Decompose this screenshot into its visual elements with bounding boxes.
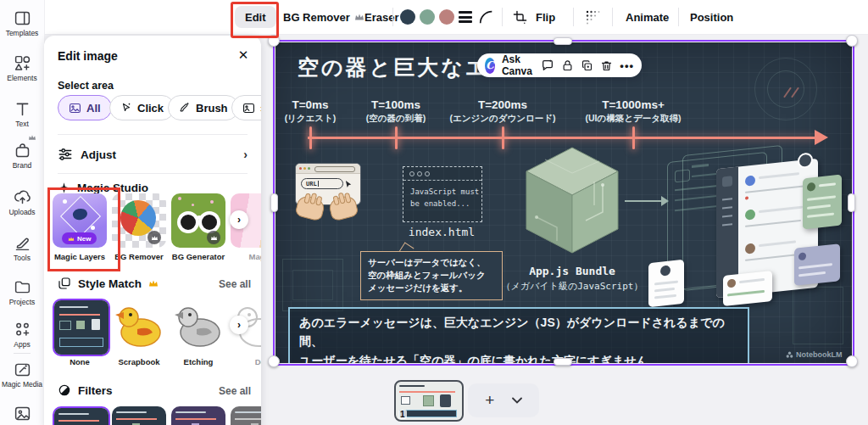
decor-circuit [793,287,843,344]
pro-crown-icon [354,13,364,21]
bg-generator-tile[interactable] [171,193,225,248]
projects-icon [0,278,44,296]
toolbar-divider [392,8,393,26]
resize-handle-top-right[interactable] [846,35,858,47]
decor-circuit [292,270,333,300]
templates-icon [0,9,44,27]
transparency-icon[interactable] [585,9,600,25]
tools-icon [0,234,44,252]
eraser-button[interactable]: Eraser [364,11,398,24]
timeline-tick [395,126,398,149]
adjust-icon [58,147,73,162]
uploads-icon [0,188,44,206]
tile-label: None [52,357,108,366]
resize-handle-bottom-left[interactable] [268,355,280,367]
sidebar-item-magic-media[interactable]: Magic Media [0,361,44,389]
ui-mockup-card-small [648,260,684,307]
style-match-see-all[interactable]: See all [219,278,251,290]
tile-label: Scrapbook [111,357,167,366]
duck-image [171,299,225,353]
tile-label: BG Remover [111,252,167,261]
sidebar-item-brand[interactable]: Brand [0,142,44,170]
sidebar-item-templates[interactable]: Templates [0,9,44,37]
sidebar-item-uploads[interactable]: Uploads [0,188,44,216]
adjust-row[interactable]: Adjust › [58,143,248,165]
filters-see-all[interactable]: See all [219,385,251,397]
brand-icon [0,142,44,159]
more-options-icon[interactable]: ••• [620,59,634,72]
color-swatch-navy[interactable] [400,9,415,25]
elements-icon [0,54,44,72]
ui-mockup-card-green [803,175,842,230]
bg-remover-tile[interactable] [112,193,166,248]
scroll-right-button[interactable]: › [230,210,248,229]
callout-box: サーバーはデータではなく、 空の枠組みとフォールバック メッセージだけを返す。 [360,251,503,300]
position-button[interactable]: Position [690,11,733,24]
resize-handle-left[interactable] [270,193,278,212]
color-swatch-sage[interactable] [420,9,435,25]
flow-arrow [625,200,662,202]
appjs-cube-illustration [520,143,625,261]
chevron-right-icon: › [260,102,261,115]
magic-layers-tile[interactable]: New [53,193,107,248]
sidebar-divider [14,353,31,354]
delete-icon[interactable] [600,59,613,72]
edit-button[interactable]: Edit [235,6,276,28]
curve-icon[interactable] [479,10,493,25]
comment-icon[interactable] [541,59,554,72]
design-canvas[interactable]: 空の器と巨大なエンジン T=0ms(リクエスト) T=100ms(空の器の到着)… [275,42,852,363]
sidebar-item-projects[interactable]: Projects [0,278,44,306]
filter-tile[interactable] [171,406,225,425]
beach-ball-image [120,200,156,236]
filters-icon [58,383,71,397]
image-icon [69,102,81,115]
sidebar-item-text[interactable]: Text [0,100,44,128]
resize-handle-bottom[interactable] [554,358,572,366]
page-1-thumbnail[interactable]: 1 [394,380,464,422]
image-icon [242,102,255,115]
style-match-header: Style Match [58,277,159,290]
ui-mockup-card-lavender [794,243,840,286]
sidebar-item-apps[interactable]: Apps [0,321,44,349]
style-scrapbook-tile[interactable] [112,299,166,353]
url-label: URL [306,181,317,187]
sidebar-item-elements[interactable]: Elements [0,54,44,82]
crop-icon[interactable] [513,10,527,25]
color-swatch-rose[interactable] [439,9,454,25]
select-brush-button[interactable]: Brush [168,95,239,120]
select-all-button[interactable]: All [58,95,112,120]
add-page-button[interactable]: + [468,383,539,417]
tile-label: Magic Layers [52,252,108,261]
timeline-tick [309,126,312,149]
duplicate-icon[interactable] [581,59,593,72]
lock-icon[interactable] [561,59,574,72]
line-weight-icon[interactable] [459,11,472,23]
animate-button[interactable]: Animate [626,11,669,24]
scroll-right-button[interactable]: › [230,316,248,334]
flip-button[interactable]: Flip [536,11,555,24]
brush-icon [179,102,191,114]
sidebar-item-tools[interactable]: Tools [0,234,44,262]
select-click-button[interactable]: Click [109,95,175,120]
select-more-button[interactable]: › [231,95,261,120]
filter-none-tile[interactable] [53,406,110,425]
ask-canva-button[interactable]: Ask Canva [502,53,534,77]
filter-tile[interactable] [112,406,166,425]
bg-remover-button[interactable]: BG Remover [283,8,364,26]
close-icon[interactable]: ✕ [232,44,254,66]
timeline-label-3: T=200ms(エンジンのダウンロード) [435,98,570,125]
style-none-tile[interactable] [53,299,110,356]
style-etching-tile[interactable] [171,299,225,353]
canva-logo-icon: C [485,58,495,74]
toolbar-divider [612,8,613,26]
sidebar-item-photos[interactable] [0,405,44,422]
tile-label: Do [232,357,261,366]
filter-tile[interactable] [231,406,261,425]
plus-icon: + [485,391,494,410]
resize-handle-top-left[interactable] [268,35,280,47]
notebooklm-watermark: NotebookLM [786,350,843,359]
resize-handle-bottom-right[interactable] [846,355,858,367]
resize-handle-right[interactable] [848,193,855,212]
cursor-arrow-icon [345,181,353,188]
resize-handle-top[interactable] [554,37,572,45]
